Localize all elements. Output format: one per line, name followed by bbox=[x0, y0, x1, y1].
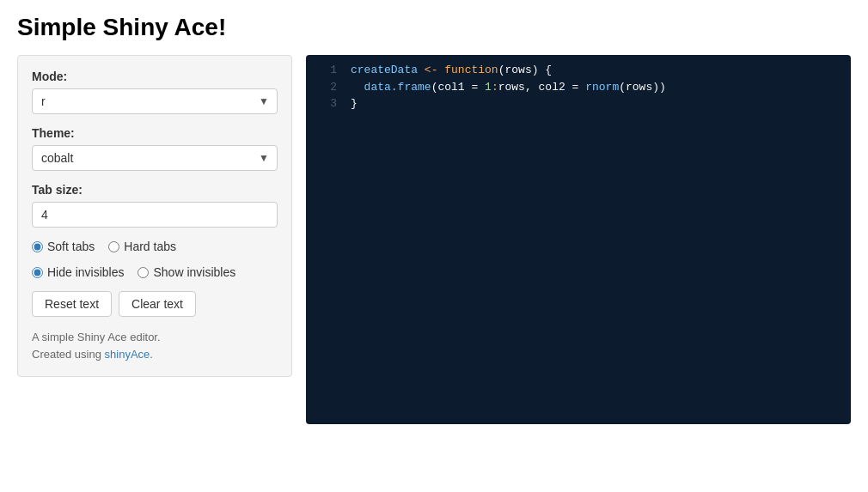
table-row: 1 createData <- function(rows) { bbox=[306, 62, 851, 79]
theme-label: Theme: bbox=[32, 126, 278, 140]
tabsize-field: Tab size: bbox=[32, 183, 278, 228]
mode-select[interactable]: r python javascript html css bbox=[32, 88, 278, 114]
line-number-3: 3 bbox=[313, 95, 337, 112]
hide-invisibles-radio[interactable] bbox=[32, 267, 43, 278]
clear-text-button[interactable]: Clear text bbox=[119, 291, 196, 317]
footer-line2: Created using bbox=[32, 348, 105, 361]
hide-invisibles-label: Hide invisibles bbox=[47, 265, 124, 279]
line-number-1: 1 bbox=[313, 62, 337, 79]
code-editor[interactable]: 1 createData <- function(rows) { 2 data.… bbox=[306, 55, 851, 424]
soft-tabs-option[interactable]: Soft tabs bbox=[32, 240, 95, 253]
footer-line1: A simple Shiny Ace editor. bbox=[32, 331, 161, 343]
action-buttons: Reset text Clear text bbox=[32, 291, 278, 317]
hard-tabs-label: Hard tabs bbox=[124, 240, 176, 253]
show-invisibles-option[interactable]: Show invisibles bbox=[138, 265, 235, 279]
sidebar: Mode: r python javascript html css ▼ The… bbox=[17, 55, 292, 377]
invisibles-radio-group: Hide invisibles Show invisibles bbox=[32, 265, 278, 279]
code-lines: 1 createData <- function(rows) { 2 data.… bbox=[306, 62, 851, 112]
theme-field: Theme: cobalt monokai solarized_dark tom… bbox=[32, 126, 278, 171]
reset-text-button[interactable]: Reset text bbox=[32, 291, 112, 317]
tabsize-label: Tab size: bbox=[32, 183, 278, 197]
footer: A simple Shiny Ace editor. Created using… bbox=[32, 329, 278, 362]
hard-tabs-radio[interactable] bbox=[108, 241, 119, 252]
tabsize-input[interactable] bbox=[32, 202, 278, 228]
mode-select-wrapper: r python javascript html css ▼ bbox=[32, 88, 278, 114]
table-row: 3 } bbox=[306, 95, 851, 112]
tabs-radio-group: Soft tabs Hard tabs bbox=[32, 240, 278, 253]
soft-tabs-label: Soft tabs bbox=[47, 240, 95, 253]
page-title: Simple Shiny Ace! bbox=[17, 14, 851, 41]
soft-tabs-radio[interactable] bbox=[32, 241, 43, 252]
show-invisibles-radio[interactable] bbox=[138, 267, 149, 278]
show-invisibles-label: Show invisibles bbox=[153, 265, 235, 279]
hard-tabs-option[interactable]: Hard tabs bbox=[108, 240, 176, 253]
table-row: 2 data.frame(col1 = 1:rows, col2 = rnorm… bbox=[306, 79, 851, 96]
mode-field: Mode: r python javascript html css ▼ bbox=[32, 70, 278, 114]
shinyace-link[interactable]: shinyAce bbox=[105, 348, 150, 361]
line-number-2: 2 bbox=[313, 79, 337, 96]
line-content-1: createData <- function(rows) { bbox=[351, 62, 552, 79]
theme-select[interactable]: cobalt monokai solarized_dark tomorrow_n… bbox=[32, 145, 278, 171]
hide-invisibles-option[interactable]: Hide invisibles bbox=[32, 265, 124, 279]
mode-label: Mode: bbox=[32, 70, 278, 83]
line-content-3: } bbox=[351, 95, 358, 112]
main-layout: Mode: r python javascript html css ▼ The… bbox=[17, 55, 851, 424]
theme-select-wrapper: cobalt monokai solarized_dark tomorrow_n… bbox=[32, 145, 278, 171]
line-content-2: data.frame(col1 = 1:rows, col2 = rnorm(r… bbox=[351, 79, 666, 96]
footer-link-suffix: . bbox=[150, 348, 153, 361]
